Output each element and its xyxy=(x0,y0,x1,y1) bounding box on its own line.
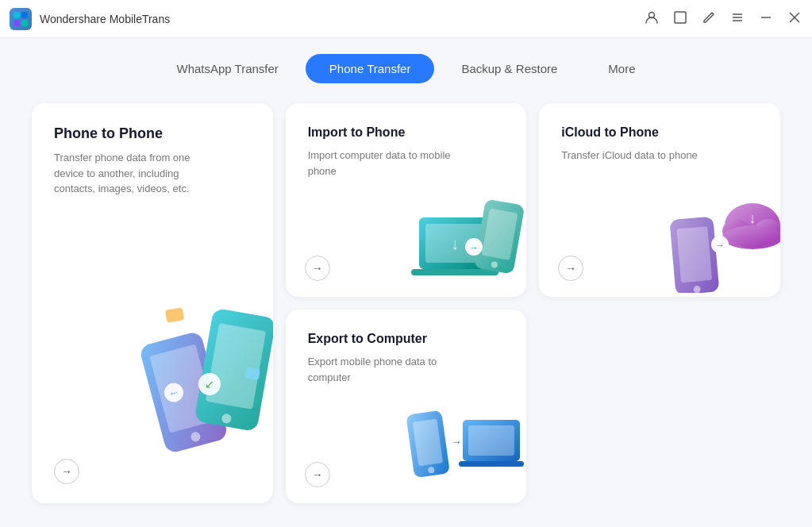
svg-rect-0 xyxy=(13,12,20,18)
svg-text:→: → xyxy=(452,436,462,448)
svg-rect-21 xyxy=(244,367,260,380)
svg-point-39 xyxy=(722,225,780,249)
svg-text:→: → xyxy=(715,240,725,251)
svg-rect-34 xyxy=(676,226,712,283)
minimize-icon[interactable] xyxy=(758,10,774,28)
svg-rect-3 xyxy=(21,20,28,26)
tab-more[interactable]: More xyxy=(584,54,659,83)
card-arrow-icloud[interactable]: → xyxy=(558,256,583,281)
svg-rect-26 xyxy=(411,269,498,275)
icloud-illustration: ↓ → xyxy=(661,186,772,289)
phone-to-phone-illustration: ← ↙ xyxy=(122,297,273,456)
tab-backup[interactable]: Backup & Restore xyxy=(437,54,581,83)
svg-text:→: → xyxy=(469,242,479,253)
card-arrow-import[interactable]: → xyxy=(305,256,330,281)
nav-tabs: WhatsApp Transfer Phone Transfer Backup … xyxy=(32,38,780,103)
card-title-export: Export to Computer xyxy=(308,332,505,346)
card-desc-icloud: Transfer iCloud data to phone xyxy=(561,148,704,163)
card-desc-phone-to-phone: Transfer phone data from one device to a… xyxy=(54,150,197,197)
titlebar: Wondershare MobileTrans xyxy=(0,0,812,38)
svg-rect-20 xyxy=(164,307,183,323)
card-title-phone-to-phone: Phone to Phone xyxy=(54,125,251,142)
svg-text:↓: ↓ xyxy=(451,235,459,252)
app-title: Wondershare MobileTrans xyxy=(40,13,644,25)
svg-rect-2 xyxy=(13,20,20,26)
app-logo xyxy=(10,8,32,30)
svg-text:↓: ↓ xyxy=(749,210,756,226)
svg-text:↙: ↙ xyxy=(205,378,214,390)
window-controls xyxy=(644,10,802,28)
card-title-import: Import to Phone xyxy=(308,125,505,140)
card-title-icloud: iCloud to Phone xyxy=(561,125,758,140)
menu-icon[interactable] xyxy=(729,10,745,28)
card-desc-export: Export mobile phone data to computer xyxy=(308,354,451,385)
svg-rect-50 xyxy=(459,461,524,467)
close-icon[interactable] xyxy=(787,10,802,28)
card-export-to-computer[interactable]: Export to Computer Export mobile phone d… xyxy=(286,310,527,503)
tab-phone[interactable]: Phone Transfer xyxy=(306,54,435,83)
card-phone-to-phone[interactable]: Phone to Phone Transfer phone data from … xyxy=(32,103,273,503)
cards-grid: Phone to Phone Transfer phone data from … xyxy=(32,103,780,503)
edit-icon[interactable] xyxy=(701,10,717,28)
export-illustration: → xyxy=(399,400,518,495)
card-icloud-to-phone[interactable]: iCloud to Phone Transfer iCloud data to … xyxy=(539,103,780,297)
window-icon[interactable] xyxy=(672,10,688,28)
card-arrow-phone-to-phone[interactable]: → xyxy=(54,459,79,484)
tab-whatsapp[interactable]: WhatsApp Transfer xyxy=(152,54,302,83)
card-arrow-export[interactable]: → xyxy=(305,462,330,487)
svg-rect-49 xyxy=(468,425,514,456)
svg-rect-5 xyxy=(675,12,686,23)
card-import-to-phone[interactable]: Import to Phone Import computer data to … xyxy=(286,103,527,297)
svg-rect-1 xyxy=(21,12,28,18)
main-content: WhatsApp Transfer Phone Transfer Backup … xyxy=(0,38,812,527)
profile-icon[interactable] xyxy=(644,10,660,28)
card-desc-import: Import computer data to mobile phone xyxy=(308,148,451,179)
import-illustration: ↓ → xyxy=(407,194,518,289)
